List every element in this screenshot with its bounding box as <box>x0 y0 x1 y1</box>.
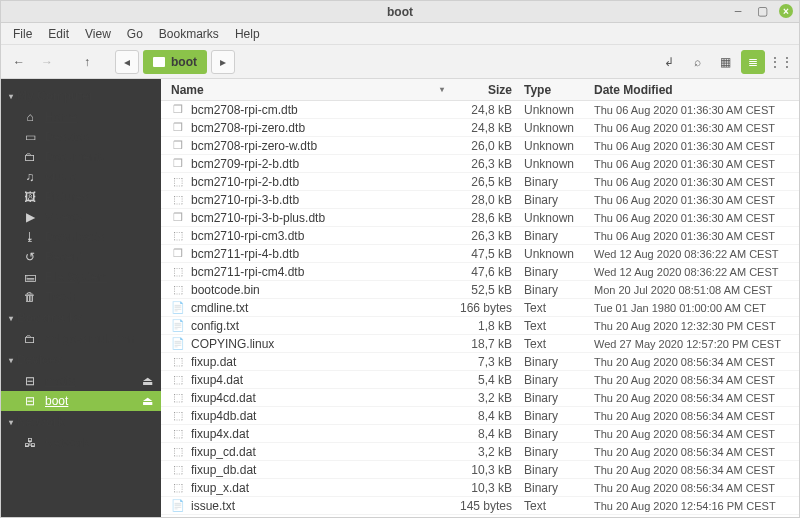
file-row[interactable]: ⬚fixup4.dat5,4 kBBinaryThu 20 Aug 2020 0… <box>161 371 799 389</box>
window-controls: – ▢ × <box>731 4 793 18</box>
column-size[interactable]: Size <box>452 83 524 97</box>
file-unk-icon: ❒ <box>171 121 185 135</box>
nav-up-button[interactable]: ↑ <box>75 50 99 74</box>
sidebar-item-rootfs[interactable]: ⊟rootfs⏏ <box>1 371 161 391</box>
sidebar-group-bookmarks[interactable]: ▾Bookmarks <box>1 307 161 329</box>
file-text-icon: 📄 <box>171 337 185 351</box>
file-row[interactable]: ⬚bootcode.bin52,5 kBBinaryMon 20 Jul 202… <box>161 281 799 299</box>
file-row[interactable]: ⬚fixup4x.dat8,4 kBBinaryThu 20 Aug 2020 … <box>161 425 799 443</box>
file-row[interactable]: ❒bcm2709-rpi-2-b.dtb26,3 kBUnknownThu 06… <box>161 155 799 173</box>
column-name[interactable]: Name ▾ <box>161 83 452 97</box>
file-row[interactable]: 📄COPYING.linux18,7 kBTextWed 27 May 2020… <box>161 335 799 353</box>
sidebar-group-devices[interactable]: ▾Devices <box>1 349 161 371</box>
file-row[interactable]: ⬚fixup.dat7,3 kBBinaryThu 20 Aug 2020 08… <box>161 353 799 371</box>
file-bin-icon: ⬚ <box>171 175 185 189</box>
file-row[interactable]: ❒bcm2708-rpi-zero-w.dtb26,0 kBUnknownThu… <box>161 137 799 155</box>
titlebar[interactable]: boot – ▢ × <box>1 1 799 23</box>
file-name-cell: ⬚fixup4x.dat <box>161 427 452 441</box>
minimize-button[interactable]: – <box>731 4 745 18</box>
file-bin-icon: ⬚ <box>171 481 185 495</box>
menu-help[interactable]: Help <box>229 25 266 43</box>
sidebar-item-home[interactable]: ⌂Home <box>1 107 161 127</box>
column-type[interactable]: Type <box>524 83 594 97</box>
sidebar-item-coligo-simulation[interactable]: 🗀coligo-simulation <box>1 329 161 349</box>
sidebar-item-label: Trash <box>45 290 75 304</box>
sidebar-group-my-computer[interactable]: ▾My Computer <box>1 85 161 107</box>
eject-icon[interactable]: ⏏ <box>142 394 153 408</box>
file-size-cell: 10,3 kB <box>452 481 524 495</box>
file-row[interactable]: 📄cmdline.txt166 bytesTextTue 01 Jan 1980… <box>161 299 799 317</box>
sidebar-item-downloads[interactable]: ⭳Downloads <box>1 227 161 247</box>
file-date-cell: Thu 06 Aug 2020 01:36:30 AM CEST <box>594 104 799 116</box>
sidebar-item-boot[interactable]: ⊟boot⏏ <box>1 391 161 411</box>
file-size-cell: 26,3 kB <box>452 229 524 243</box>
file-row[interactable]: ⬚bcm2710-rpi-3-b.dtb28,0 kBBinaryThu 06 … <box>161 191 799 209</box>
sidebar-item-label: File System <box>45 270 108 284</box>
search-button[interactable]: ⌕ <box>685 50 709 74</box>
file-row[interactable]: ❒bcm2708-rpi-cm.dtb24,8 kBUnknownThu 06 … <box>161 101 799 119</box>
menu-bookmarks[interactable]: Bookmarks <box>153 25 225 43</box>
file-name-cell: ⬚bcm2710-rpi-cm3.dtb <box>161 229 452 243</box>
sidebar-item-label: Pictures <box>45 190 88 204</box>
file-row[interactable]: 📄issue.txt145 bytesTextThu 20 Aug 2020 1… <box>161 497 799 515</box>
sidebar-item-videos[interactable]: ▶Videos <box>1 207 161 227</box>
file-row[interactable]: ⬚fixup4db.dat8,4 kBBinaryThu 20 Aug 2020… <box>161 407 799 425</box>
file-row[interactable]: ❒bcm2711-rpi-4-b.dtb47,5 kBUnknownWed 12… <box>161 245 799 263</box>
sidebar-item-music[interactable]: ♫Music <box>1 167 161 187</box>
view-compact-button[interactable]: ⋮⋮ <box>769 50 793 74</box>
menu-view[interactable]: View <box>79 25 117 43</box>
toolbar: ← → ↑ ◂ boot ▸ ↲ ⌕ ▦ ≣ ⋮⋮ <box>1 45 799 79</box>
breadcrumb-boot[interactable]: boot <box>143 50 207 74</box>
nav-forward-button[interactable]: → <box>35 50 59 74</box>
sidebar-item-pictures[interactable]: 🖼Pictures <box>1 187 161 207</box>
file-row[interactable]: ⬚fixup_x.dat10,3 kBBinaryThu 20 Aug 2020… <box>161 479 799 497</box>
sidebar-group-network[interactable]: ▾Network <box>1 411 161 433</box>
file-type-cell: Binary <box>524 445 594 459</box>
file-date-cell: Thu 06 Aug 2020 01:36:30 AM CEST <box>594 212 799 224</box>
file-row[interactable]: ⬚fixup4cd.dat3,2 kBBinaryThu 20 Aug 2020… <box>161 389 799 407</box>
file-row[interactable]: ⬚bcm2710-rpi-2-b.dtb26,5 kBBinaryThu 06 … <box>161 173 799 191</box>
sidebar-item-trash[interactable]: 🗑Trash <box>1 287 161 307</box>
file-size-cell: 26,3 kB <box>452 157 524 171</box>
path-prev-button[interactable]: ◂ <box>115 50 139 74</box>
file-name-cell: ⬚bcm2710-rpi-3-b.dtb <box>161 193 452 207</box>
menu-edit[interactable]: Edit <box>42 25 75 43</box>
nav-back-button[interactable]: ← <box>7 50 31 74</box>
sidebar-item-network[interactable]: 🖧Network <box>1 433 161 453</box>
file-row[interactable]: ❒kernel.img5,3 MBUnknownWed 12 Aug 2020 … <box>161 515 799 517</box>
file-row[interactable]: ⬚bcm2710-rpi-cm3.dtb26,3 kBBinaryThu 06 … <box>161 227 799 245</box>
menu-file[interactable]: File <box>7 25 38 43</box>
toggle-path-entry-button[interactable]: ↲ <box>657 50 681 74</box>
file-size-cell: 10,3 kB <box>452 463 524 477</box>
sidebar-item-desktop[interactable]: ▭Desktop <box>1 127 161 147</box>
file-type-cell: Unknown <box>524 103 594 117</box>
file-row[interactable]: ⬚fixup_db.dat10,3 kBBinaryThu 20 Aug 202… <box>161 461 799 479</box>
file-row[interactable]: ❒bcm2708-rpi-zero.dtb24,8 kBUnknownThu 0… <box>161 119 799 137</box>
file-date-cell: Thu 06 Aug 2020 01:36:30 AM CEST <box>594 194 799 206</box>
sidebar-item-label: Music <box>45 170 76 184</box>
file-bin-icon: ⬚ <box>171 265 185 279</box>
sidebar-item-label: Network <box>45 436 89 450</box>
sidebar-item-documents[interactable]: 🗀Documents <box>1 147 161 167</box>
eject-icon[interactable]: ⏏ <box>142 374 153 388</box>
menu-go[interactable]: Go <box>121 25 149 43</box>
file-row[interactable]: ⬚fixup_cd.dat3,2 kBBinaryThu 20 Aug 2020… <box>161 443 799 461</box>
close-button[interactable]: × <box>779 4 793 18</box>
file-type-cell: Text <box>524 319 594 333</box>
sidebar-item-file-system[interactable]: 🖴File System <box>1 267 161 287</box>
view-list-button[interactable]: ≣ <box>741 50 765 74</box>
view-grid-button[interactable]: ▦ <box>713 50 737 74</box>
sidebar-item-recent[interactable]: ↺Recent <box>1 247 161 267</box>
file-row[interactable]: 📄config.txt1,8 kBTextThu 20 Aug 2020 12:… <box>161 317 799 335</box>
file-size-cell: 8,4 kB <box>452 409 524 423</box>
file-list[interactable]: ❒bcm2708-rpi-cm.dtb24,8 kBUnknownThu 06 … <box>161 101 799 517</box>
file-unk-icon: ❒ <box>171 139 185 153</box>
column-date[interactable]: Date Modified <box>594 83 799 97</box>
file-size-cell: 28,6 kB <box>452 211 524 225</box>
videos-icon: ▶ <box>23 210 37 224</box>
maximize-button[interactable]: ▢ <box>755 4 769 18</box>
path-next-button[interactable]: ▸ <box>211 50 235 74</box>
chevron-down-icon: ▾ <box>9 356 13 365</box>
file-row[interactable]: ⬚bcm2711-rpi-cm4.dtb47,6 kBBinaryWed 12 … <box>161 263 799 281</box>
file-row[interactable]: ❒bcm2710-rpi-3-b-plus.dtb28,6 kBUnknownT… <box>161 209 799 227</box>
